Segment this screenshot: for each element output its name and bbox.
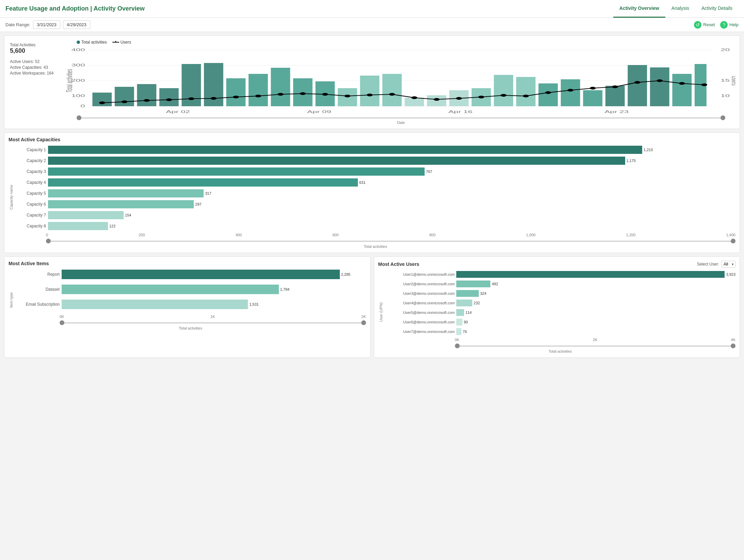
svg-point-68	[701, 83, 707, 86]
app-title: Feature Usage and Adoption | Activity Ov…	[5, 5, 145, 12]
item-bar-value: 2,285	[341, 272, 351, 276]
help-label: Help	[729, 22, 739, 27]
user-bar-label: User4@demo.onmicrosoft.com	[385, 301, 455, 305]
user-bar-row: User7@demo.onmicrosoft.com 76	[385, 328, 736, 335]
svg-rect-38	[650, 67, 669, 106]
capacities-x-label: Total activities	[15, 244, 735, 249]
users-handle-right[interactable]	[731, 343, 735, 348]
cap-handle-right[interactable]	[731, 239, 735, 243]
capacity-bar-row: Capacity 5 317	[15, 189, 735, 197]
svg-text:Apr 16: Apr 16	[448, 110, 473, 114]
items-section-title: Most Active Items	[9, 261, 366, 266]
capacity-bar-label: Capacity 1	[15, 147, 46, 152]
date-start-button[interactable]: 3/31/2023	[33, 20, 60, 29]
users-handle-left[interactable]	[455, 343, 460, 348]
legend-activities: Total activities	[77, 40, 107, 45]
help-button[interactable]: ? Help	[720, 21, 739, 29]
toolbar: Date Range: 3/31/2023 4/29/2023 ↺ Reset …	[0, 18, 744, 32]
date-range-area: Date Range: 3/31/2023 4/29/2023	[5, 20, 90, 29]
svg-point-63	[590, 87, 596, 90]
chart-legend: Total activities Users	[66, 40, 735, 45]
select-user-dropdown[interactable]: All	[721, 261, 735, 268]
svg-text:Apr 02: Apr 02	[166, 110, 190, 114]
svg-point-52	[345, 95, 350, 97]
cap-handle-left[interactable]	[46, 239, 51, 243]
svg-point-49	[278, 93, 283, 96]
most-active-users-card: Most Active Users Select User: All User …	[374, 256, 740, 358]
users-section-title: Most Active Users	[378, 261, 420, 267]
user-bar-row: User6@demo.onmicrosoft.com 90	[385, 319, 736, 325]
capacity-bar-fill	[48, 222, 108, 230]
item-bar-fill	[62, 285, 279, 294]
timeseries-track-line	[77, 117, 725, 118]
capacity-bar-row: Capacity 3 767	[15, 167, 735, 176]
capacities-x-ticks: 0 200 400 600 800 1,000 1,200 1,400	[46, 233, 735, 237]
items-handle-right[interactable]	[361, 320, 366, 325]
capacity-bar-value: 122	[109, 224, 115, 228]
user-bar-track: 3,923	[456, 271, 736, 278]
svg-rect-15	[137, 84, 156, 106]
users-x-label: Total activities	[385, 349, 736, 353]
user-bar-track: 90	[456, 319, 736, 325]
user-bar-value: 3,923	[726, 272, 735, 276]
main-content: Total Activities 5,600 Active Users: 52 …	[0, 32, 744, 361]
legend-users: Users	[112, 40, 131, 45]
svg-point-43	[144, 99, 149, 102]
user-bar-label: User6@demo.onmicrosoft.com	[385, 320, 455, 324]
capacity-bar-row: Capacity 8 122	[15, 222, 735, 230]
svg-rect-25	[360, 76, 379, 106]
legend-dot-activities	[77, 41, 80, 44]
svg-rect-14	[115, 87, 134, 106]
svg-point-47	[233, 96, 239, 98]
capacity-bar-value: 767	[426, 170, 432, 174]
item-bar-label: Report	[15, 272, 60, 277]
user-bar-value: 324	[480, 291, 486, 295]
tab-activity-overview[interactable]: Activity Overview	[613, 0, 665, 18]
items-bars: Report 2,285 Dataset 1,784 Email Subscri…	[15, 270, 366, 309]
user-bar-label: User7@demo.onmicrosoft.com	[385, 330, 455, 334]
svg-point-44	[166, 98, 172, 101]
svg-rect-31	[494, 75, 513, 106]
user-bar-value: 492	[492, 282, 498, 286]
capacity-bar-fill	[48, 189, 204, 197]
user-bar-fill	[456, 309, 464, 316]
timeseries-handle-right[interactable]	[721, 115, 725, 120]
items-y-axis-label: Item type	[9, 270, 14, 330]
timeseries-svg: 400 300 200 100 0 20 15 10	[66, 47, 735, 115]
tab-analysis[interactable]: Analysis	[665, 0, 695, 18]
capacity-bar-track: 297	[48, 200, 735, 208]
toolbar-actions: ↺ Reset ? Help	[694, 21, 739, 29]
user-bar-track: 492	[456, 281, 736, 287]
svg-point-58	[478, 96, 484, 98]
date-end-button[interactable]: 4/29/2023	[63, 20, 90, 29]
tab-activity-details[interactable]: Activity Details	[695, 0, 739, 18]
capacity-bar-value: 1,210	[644, 148, 653, 152]
capacities-chart-body: Capacity 1 1,210 Capacity 2 1,175 Capaci…	[15, 146, 735, 249]
user-bar-value: 76	[463, 330, 467, 334]
most-active-items-card: Most Active Items Item type Report 2,285…	[4, 256, 370, 358]
user-bar-fill	[456, 300, 473, 306]
timeseries-handle-left[interactable]	[77, 115, 81, 120]
capacity-bar-track: 767	[48, 167, 735, 176]
capacities-y-axis-label: Capacity name	[9, 146, 14, 249]
capacity-bar-row: Capacity 1 1,210	[15, 146, 735, 154]
capacity-bar-value: 631	[359, 180, 365, 185]
reset-button[interactable]: ↺ Reset	[694, 21, 715, 29]
items-handle-left[interactable]	[60, 320, 64, 325]
user-bar-value: 232	[474, 301, 480, 305]
capacity-bar-fill	[48, 167, 425, 176]
svg-text:10: 10	[721, 94, 730, 98]
capacity-bar-fill	[48, 211, 124, 219]
user-bar-track: 76	[456, 328, 736, 335]
active-users-stat: Active Users: 52	[10, 59, 62, 64]
user-bar-track: 114	[456, 309, 736, 316]
capacity-bar-track: 1,175	[48, 157, 735, 165]
users-bars: User1@demo.onmicrosoft.com 3,923 User2@d…	[385, 271, 736, 335]
item-bar-row: Email Subscription 1,531	[15, 300, 366, 309]
item-bar-row: Report 2,285	[15, 270, 366, 279]
capacity-bar-track: 1,210	[48, 146, 735, 154]
legend-line-users	[112, 42, 119, 43]
capacity-bar-value: 317	[205, 191, 211, 195]
user-bar-row: User2@demo.onmicrosoft.com 492	[385, 281, 736, 287]
user-bar-row: User3@demo.onmicrosoft.com 324	[385, 290, 736, 297]
